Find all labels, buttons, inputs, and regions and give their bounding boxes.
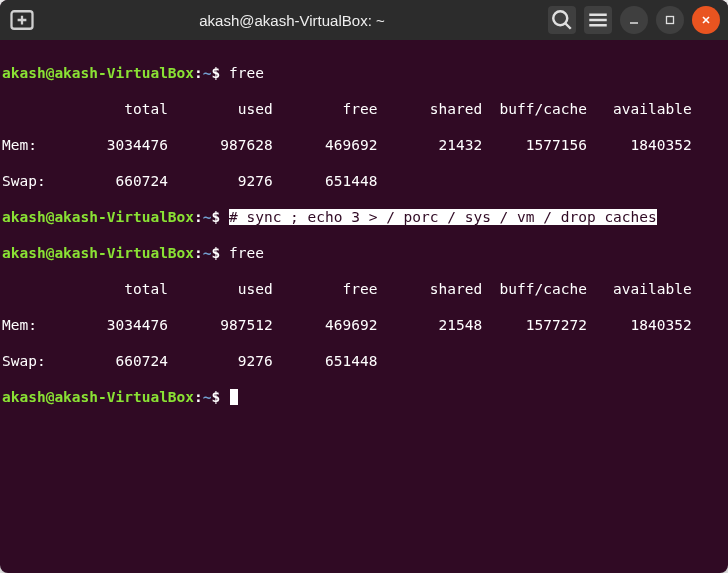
maximize-icon (664, 14, 676, 26)
prompt-line: akash@akash-VirtualBox:~$ # sync ; echo … (2, 208, 726, 226)
output-header: total used free shared buff/cache availa… (2, 100, 726, 118)
prompt-sep: : (194, 209, 203, 225)
minimize-icon (628, 14, 640, 26)
titlebar-right (548, 6, 720, 34)
prompt-line: akash@akash-VirtualBox:~$ (2, 388, 726, 406)
prompt-path: ~ (203, 65, 212, 81)
prompt-user-host: akash@akash-VirtualBox (2, 209, 194, 225)
output-mem-row: Mem: 3034476 987628 469692 21432 1577156… (2, 136, 726, 154)
new-tab-button[interactable] (8, 6, 36, 34)
output-swap-row: Swap: 660724 9276 651448 (2, 172, 726, 190)
command-text: free (229, 245, 264, 261)
minimize-button[interactable] (620, 6, 648, 34)
prompt-sep: : (194, 245, 203, 261)
search-button[interactable] (548, 6, 576, 34)
close-button[interactable] (692, 6, 720, 34)
titlebar: akash@akash-VirtualBox: ~ (0, 0, 728, 40)
close-icon (700, 14, 712, 26)
maximize-button[interactable] (656, 6, 684, 34)
output-header: total used free shared buff/cache availa… (2, 280, 726, 298)
prompt-sigil: $ (212, 209, 221, 225)
menu-button[interactable] (584, 6, 612, 34)
prompt-sep: : (194, 389, 203, 405)
prompt-sigil: $ (212, 389, 221, 405)
prompt-user-host: akash@akash-VirtualBox (2, 245, 194, 261)
hamburger-icon (584, 6, 612, 34)
new-tab-icon (8, 6, 36, 34)
prompt-sep: : (194, 65, 203, 81)
prompt-user-host: akash@akash-VirtualBox (2, 389, 194, 405)
prompt-user-host: akash@akash-VirtualBox (2, 65, 194, 81)
terminal-window: akash@akash-VirtualBox: ~ (0, 0, 728, 573)
terminal-body[interactable]: akash@akash-VirtualBox:~$ free total use… (0, 40, 728, 448)
svg-rect-9 (667, 17, 674, 24)
prompt-line: akash@akash-VirtualBox:~$ free (2, 64, 726, 82)
prompt-line: akash@akash-VirtualBox:~$ free (2, 244, 726, 262)
prompt-path: ~ (203, 245, 212, 261)
svg-point-3 (553, 11, 567, 25)
prompt-sigil: $ (212, 65, 221, 81)
prompt-sigil: $ (212, 245, 221, 261)
window-title: akash@akash-VirtualBox: ~ (42, 12, 542, 29)
output-swap-row: Swap: 660724 9276 651448 (2, 352, 726, 370)
svg-line-4 (566, 24, 571, 29)
cursor (230, 389, 238, 405)
search-icon (548, 6, 576, 34)
titlebar-left (8, 6, 36, 34)
prompt-path: ~ (203, 209, 212, 225)
highlighted-command: # sync ; echo 3 > / porc / sys / vm / dr… (229, 209, 657, 225)
command-text: free (229, 65, 264, 81)
prompt-path: ~ (203, 389, 212, 405)
output-mem-row: Mem: 3034476 987512 469692 21548 1577272… (2, 316, 726, 334)
